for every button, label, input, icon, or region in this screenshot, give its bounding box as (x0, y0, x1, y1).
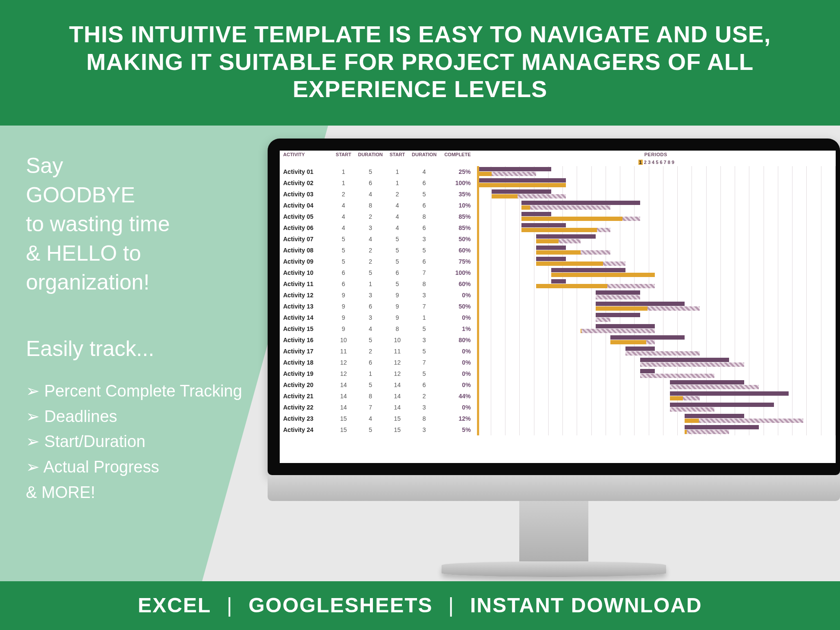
gantt-bar-cell (477, 177, 836, 189)
activity-name: Activity 03 (280, 189, 331, 200)
gantt-bar-cell (477, 379, 836, 391)
gantt-bar-cell (477, 413, 836, 424)
activity-name: Activity 07 (280, 233, 331, 245)
marketing-headline: THIS INTUITIVE TEMPLATE IS EASY TO NAVIG… (0, 0, 840, 126)
gantt-bar-cell (477, 424, 836, 435)
gantt-bar-cell (477, 368, 836, 379)
divider-icon: | (227, 593, 233, 617)
footer-item-download: INSTANT DOWNLOAD (470, 593, 702, 617)
gantt-bar-cell (477, 222, 836, 233)
activity-name: Activity 06 (280, 222, 331, 233)
footer-item-googlesheets: GOOGLESHEETS (249, 593, 433, 617)
gantt-bar-cell (477, 166, 836, 177)
gantt-bar-cell (477, 357, 836, 368)
gantt-bar-cell (477, 290, 836, 301)
activity-name: Activity 16 (280, 334, 331, 346)
activity-name: Activity 19 (280, 368, 331, 379)
spreadsheet-screen: ACTIVITYSTARTDURATIONSTARTDURATIONCOMPLE… (280, 151, 836, 463)
gantt-bar-cell (477, 346, 836, 357)
divider-icon: | (448, 593, 455, 617)
activity-name: Activity 24 (280, 424, 331, 435)
monitor-mockup: ACTIVITYSTARTDURATIONSTARTDURATIONCOMPLE… (268, 139, 840, 600)
activity-name: Activity 23 (280, 413, 331, 424)
activity-name: Activity 02 (280, 177, 331, 189)
activity-name: Activity 05 (280, 211, 331, 222)
gantt-bar-cell (477, 278, 836, 290)
gantt-bar-cell (477, 245, 836, 256)
gantt-bar-cell (477, 334, 836, 346)
gantt-bar-cell (477, 211, 836, 222)
gantt-bar-cell (477, 233, 836, 245)
gantt-bar-cell (477, 189, 836, 200)
gantt-bar-cell (477, 301, 836, 312)
activity-name: Activity 10 (280, 267, 331, 278)
activity-name: Activity 20 (280, 379, 331, 391)
activity-name: Activity 12 (280, 290, 331, 301)
activity-name: Activity 11 (280, 278, 331, 290)
gantt-bar-cell (477, 312, 836, 323)
tagline: SayGOODBYEto wasting time& HELLO toorgan… (26, 151, 289, 297)
activity-name: Activity 13 (280, 301, 331, 312)
gantt-bar-cell (477, 391, 836, 402)
feature-bullets: Percent Complete TrackingDeadlinesStart/… (26, 378, 289, 505)
main-content: SayGOODBYEto wasting time& HELLO toorgan… (0, 126, 840, 600)
activity-name: Activity 18 (280, 357, 331, 368)
footer-item-excel: EXCEL (138, 593, 211, 617)
gantt-bar-cell (477, 256, 836, 267)
track-title: Easily track... (26, 336, 289, 361)
activity-name: Activity 21 (280, 391, 331, 402)
activity-name: Activity 01 (280, 166, 331, 177)
activity-name: Activity 09 (280, 256, 331, 267)
gantt-table: ACTIVITYSTARTDURATIONSTARTDURATIONCOMPLE… (280, 151, 836, 435)
gantt-bar-cell (477, 402, 836, 413)
activity-name: Activity 15 (280, 323, 331, 334)
activity-name: Activity 14 (280, 312, 331, 323)
gantt-bar-cell (477, 323, 836, 334)
activity-name: Activity 08 (280, 245, 331, 256)
activity-name: Activity 04 (280, 200, 331, 211)
footer-bar: EXCEL | GOOGLESHEETS | INSTANT DOWNLOAD (0, 581, 840, 630)
gantt-bar-cell (477, 267, 836, 278)
activity-name: Activity 17 (280, 346, 331, 357)
gantt-bar-cell (477, 200, 836, 211)
activity-name: Activity 22 (280, 402, 331, 413)
